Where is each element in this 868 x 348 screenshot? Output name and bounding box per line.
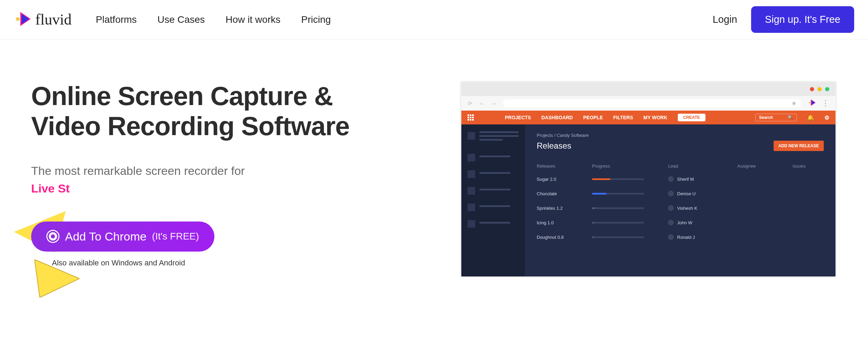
lead-cell: Ronald J bbox=[668, 234, 730, 240]
table-header: Releases Progress Lead Assignee Issues bbox=[537, 163, 824, 169]
address-bar: ★ bbox=[503, 99, 802, 107]
release-name: Sprinkles 1.2 bbox=[537, 206, 585, 211]
topnav-projects: PROJECTS bbox=[505, 115, 531, 120]
bell-icon: 🔔 bbox=[807, 114, 814, 121]
nav-how-it-works[interactable]: How it works bbox=[225, 14, 280, 25]
sidebar-item bbox=[468, 170, 519, 178]
avatar bbox=[668, 220, 674, 225]
topnav-filters: FILTERS bbox=[613, 115, 633, 120]
progress-bar bbox=[592, 236, 644, 238]
app-mockup: PROJECTS DASHBOARD PEOPLE FILTERS MY WOR… bbox=[461, 111, 835, 276]
avatar bbox=[668, 191, 674, 196]
app-search-input: Search 🔍 bbox=[755, 114, 797, 121]
window-close-icon bbox=[810, 87, 814, 91]
gear-icon: ⚙ bbox=[824, 114, 829, 121]
lead-cell: John W bbox=[668, 220, 730, 225]
topnav-dashboard: DASHBOARD bbox=[541, 115, 573, 120]
topnav-people: PEOPLE bbox=[583, 115, 603, 120]
table-row: ChocolateDenise U bbox=[537, 191, 824, 196]
svg-marker-2 bbox=[35, 260, 80, 298]
fluvid-extension-icon bbox=[808, 98, 817, 109]
release-name: Doughnut 0.8 bbox=[537, 235, 585, 240]
chrome-icon bbox=[46, 230, 59, 243]
login-link[interactable]: Login bbox=[713, 14, 737, 25]
section-title: Releases bbox=[537, 141, 571, 151]
browser-menu-icon: ⋮ bbox=[822, 99, 829, 108]
release-name: Chocolate bbox=[537, 191, 585, 196]
table-row: Sprinkles 1.2Vishesh K bbox=[537, 205, 824, 211]
lead-cell: Vishesh K bbox=[668, 205, 730, 211]
progress-bar bbox=[592, 193, 644, 195]
browser-toolbar: ⟳ ← → ★ ⋮ bbox=[461, 96, 835, 111]
browser-titlebar bbox=[461, 82, 835, 96]
hero-subhead: The most remarkable screen recorder for … bbox=[31, 162, 439, 197]
svg-point-0 bbox=[16, 17, 20, 21]
nav-platforms[interactable]: Platforms bbox=[96, 14, 137, 25]
progress-bar bbox=[592, 207, 644, 209]
table-row: Sugar 2.0Sherif M bbox=[537, 176, 824, 182]
table-row: Icing 1.0John W bbox=[537, 220, 824, 225]
app-topnav: PROJECTS DASHBOARD PEOPLE FILTERS MY WOR… bbox=[505, 115, 667, 120]
sidebar-item bbox=[468, 203, 519, 211]
lead-cell: Sherif M bbox=[668, 176, 730, 182]
release-name: Icing 1.0 bbox=[537, 220, 585, 225]
logo-text: fluvid bbox=[35, 11, 72, 28]
add-new-release-button: ADD NEW RELEASE bbox=[774, 141, 824, 151]
create-button: CREATE bbox=[678, 114, 705, 121]
add-to-chrome-button[interactable]: Add To Chrome (It's FREE) bbox=[31, 222, 214, 252]
logo-icon bbox=[14, 9, 33, 30]
app-main: Projects / Candy Software Releases ADD N… bbox=[525, 124, 835, 276]
app-sidebar bbox=[461, 124, 525, 276]
avatar bbox=[668, 234, 674, 240]
sidebar-item bbox=[468, 186, 519, 195]
progress-bar bbox=[592, 178, 644, 180]
sidebar-item bbox=[468, 219, 519, 228]
table-row: Doughnut 0.8Ronald J bbox=[537, 234, 824, 240]
back-icon: ← bbox=[478, 100, 485, 107]
progress-bar bbox=[592, 222, 644, 224]
logo[interactable]: fluvid bbox=[14, 9, 72, 30]
triangle-decoration-front bbox=[31, 260, 80, 298]
app-topbar: PROJECTS DASHBOARD PEOPLE FILTERS MY WOR… bbox=[461, 111, 835, 124]
window-maximize-icon bbox=[825, 87, 829, 91]
signup-button[interactable]: Sign up. It's Free bbox=[751, 6, 854, 33]
avatar bbox=[668, 176, 674, 182]
hero-headline: Online Screen Capture & Video Recording … bbox=[31, 81, 439, 141]
reload-icon: ⟳ bbox=[468, 100, 472, 107]
svg-point-3 bbox=[809, 102, 811, 103]
forward-icon: → bbox=[490, 100, 497, 107]
hero-section: Online Screen Capture & Video Recording … bbox=[0, 39, 868, 299]
site-header: fluvid Platforms Use Cases How it works … bbox=[0, 0, 868, 39]
availability-text: Also available on Windows and Android bbox=[52, 258, 439, 267]
lead-cell: Denise U bbox=[668, 191, 730, 196]
topnav-mywork: MY WORK bbox=[644, 115, 667, 120]
primary-nav: Platforms Use Cases How it works Pricing bbox=[96, 14, 331, 25]
window-minimize-icon bbox=[818, 87, 822, 91]
hero-subhead-accent: Live St bbox=[31, 182, 70, 195]
sidebar-item bbox=[468, 153, 519, 161]
cta-row: Add To Chrome (It's FREE) bbox=[31, 222, 439, 252]
browser-mockup: ⟳ ← → ★ ⋮ bbox=[460, 81, 837, 278]
avatar bbox=[668, 205, 674, 211]
bookmark-star-icon: ★ bbox=[791, 100, 797, 107]
apps-grid-icon bbox=[468, 114, 474, 121]
nav-use-cases[interactable]: Use Cases bbox=[157, 14, 205, 25]
release-name: Sugar 2.0 bbox=[537, 177, 585, 182]
nav-pricing[interactable]: Pricing bbox=[301, 14, 331, 25]
search-icon: 🔍 bbox=[788, 115, 793, 120]
breadcrumb: Projects / Candy Software bbox=[537, 133, 824, 138]
